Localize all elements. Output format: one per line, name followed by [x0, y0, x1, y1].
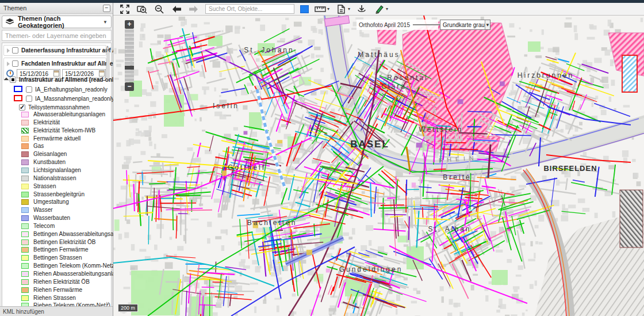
chevron-down-icon[interactable]: ▾: [386, 6, 388, 12]
zoom-level-tick[interactable]: [125, 50, 134, 53]
zoom-level-track[interactable]: [125, 29, 134, 82]
forward-arrow-icon[interactable]: [188, 4, 200, 14]
legend-swatch: [21, 207, 29, 213]
legend-label: Wasser: [33, 207, 53, 213]
expander-icon[interactable]: [7, 62, 10, 66]
scroll-up-icon[interactable]: ∧: [105, 44, 110, 50]
zoom-level-tick[interactable]: [125, 33, 134, 37]
legend-swatch: [21, 136, 29, 142]
zoom-level-tick[interactable]: [125, 58, 134, 61]
calendar-icon[interactable]: [99, 70, 105, 77]
zoom-level-tick[interactable]: [125, 45, 134, 49]
district-label: Hirzbrunnen: [518, 71, 574, 79]
basemap-select[interactable]: Grundkarte grau ▼: [440, 20, 490, 30]
legend-label: Riehen Elektrizität ÖB: [33, 279, 90, 285]
massnahmenplan-color-rect: [14, 95, 22, 101]
group-card-datenerfassung: Datenerfassung Infrastruktur auf Allmend: [3, 45, 106, 56]
district-label: Gotthelf: [228, 163, 266, 172]
chevron-down-icon[interactable]: ▾: [348, 6, 350, 12]
chevron-down-icon: ▼: [103, 20, 108, 25]
report-file-icon[interactable]: [335, 4, 347, 14]
group-label: Infrastruktur auf Allmend (read-only): [19, 77, 119, 85]
district-label: Wettstein: [419, 125, 463, 134]
fachdaten-checkbox[interactable]: [12, 60, 18, 67]
zoom-level-tick[interactable]: [125, 41, 134, 45]
sidebar-collapse-button[interactable]: −: [103, 5, 110, 12]
district-label: Iselin: [213, 102, 239, 110]
readonly-group-checkbox[interactable]: [10, 77, 16, 83]
expander-icon[interactable]: [7, 48, 10, 53]
massnahmenplan-checkbox[interactable]: [26, 96, 32, 102]
legend-swatch: [21, 167, 29, 173]
legend-label: Telecom: [33, 223, 55, 229]
themes-sidebar: Themen − Themen (nach Geokategorien) ▼ D…: [0, 3, 113, 316]
back-arrow-icon[interactable]: [171, 4, 182, 14]
erhaltungsplan-checkbox[interactable]: [26, 86, 32, 93]
zoom-level-tick[interactable]: [125, 37, 134, 41]
layer-filter-input[interactable]: [2, 30, 112, 41]
zoom-window-icon[interactable]: [136, 4, 148, 14]
teilsystem-checkbox[interactable]: [19, 104, 25, 111]
legend-swatch: [21, 192, 29, 197]
layer-label: IA_Erhaltungsplan_readonly: [35, 86, 108, 94]
district-label: Rosental: [387, 74, 428, 82]
group-label: Fachdaten Infrastruktur auf Allmend: [21, 60, 120, 68]
legend-label: Bettingen Elektrizität ÖB: [33, 239, 95, 245]
zoom-level-tick[interactable]: [125, 54, 134, 57]
orthofoto-opacity-control: Orthofoto April 2015: [356, 20, 438, 30]
zoom-level-tick[interactable]: [125, 70, 134, 74]
legend-swatch: [21, 112, 29, 117]
map-canvas[interactable]: St. JohannMatthäusRosentalClaraHirzbrunn…: [113, 16, 644, 316]
legend-swatch: [21, 151, 29, 157]
scrollbar-thumb[interactable]: [106, 51, 110, 79]
basemap-selected-value: Grundkarte grau: [440, 22, 485, 28]
layers-icon: [6, 18, 14, 25]
chevron-down-icon[interactable]: ▾: [327, 6, 329, 12]
legend-label: Gas: [33, 143, 44, 149]
district-label: St. Alban: [428, 225, 471, 233]
kml-add-button[interactable]: KML hinzufügen: [0, 306, 113, 316]
district-label: Bachletten: [247, 219, 297, 227]
layer-tree-panel: Datenerfassung Infrastruktur auf Allmend…: [2, 43, 112, 308]
zoom-level-tick[interactable]: [125, 29, 134, 33]
app-window: Themen − Themen (nach Geokategorien) ▼ D…: [0, 0, 644, 316]
legend-label: Gleisanlagen: [33, 151, 67, 157]
zoom-in-button[interactable]: +: [125, 20, 134, 29]
measure-ruler-icon[interactable]: [315, 4, 326, 14]
edit-pencil-icon[interactable]: [373, 4, 385, 14]
zoom-extent-icon[interactable]: [119, 4, 131, 14]
legend-label: Elektrizität Telekom-IWB: [33, 127, 95, 134]
legend-label: Bettingen Fernwärme: [33, 246, 89, 253]
legend-swatch: [21, 255, 29, 261]
legend-label: Lichtsignalanlagen: [33, 167, 81, 173]
zoom-level-tick[interactable]: [125, 74, 134, 78]
zoom-out-icon[interactable]: [154, 4, 165, 14]
legend-swatch: [21, 271, 29, 277]
themes-geocategories-button[interactable]: Themen (nach Geokategorien) ▼: [2, 16, 112, 28]
search-input[interactable]: [205, 4, 294, 14]
legend-swatch: [21, 247, 29, 253]
scroll-down-icon[interactable]: ∨: [105, 300, 110, 306]
zoom-level-handle[interactable]: [125, 66, 134, 70]
legend-label: Abwasserableitungsanlagen: [33, 111, 105, 117]
calendar-icon[interactable]: [53, 70, 59, 77]
legend-label: Nationalstrassen: [33, 175, 76, 181]
legend-label: Riehen Fernwärme: [33, 287, 82, 293]
datenerfassung-checkbox[interactable]: [12, 47, 18, 54]
district-label: BASEL: [350, 139, 389, 150]
legend-swatch: [21, 279, 29, 285]
zoom-level-tick[interactable]: [125, 62, 134, 65]
zoom-out-button[interactable]: −: [125, 82, 134, 91]
legend-swatch: [21, 239, 29, 245]
draw-rectangle-icon[interactable]: [300, 5, 309, 13]
geocategories-label: Themen (nach Geokategorien): [18, 15, 99, 29]
zoom-level-tick[interactable]: [125, 78, 134, 82]
download-icon[interactable]: [356, 4, 367, 14]
erhaltungsplan-color-rect: [14, 86, 22, 92]
legend-swatch: [21, 184, 29, 189]
select-arrow-icon[interactable]: ▼: [485, 20, 490, 29]
legend-swatch: [21, 159, 29, 165]
district-label: Breite: [443, 173, 471, 181]
scale-bar: 200 m: [118, 304, 138, 312]
map-viewport[interactable]: St. JohannMatthäusRosentalClaraHirzbrunn…: [113, 16, 644, 316]
